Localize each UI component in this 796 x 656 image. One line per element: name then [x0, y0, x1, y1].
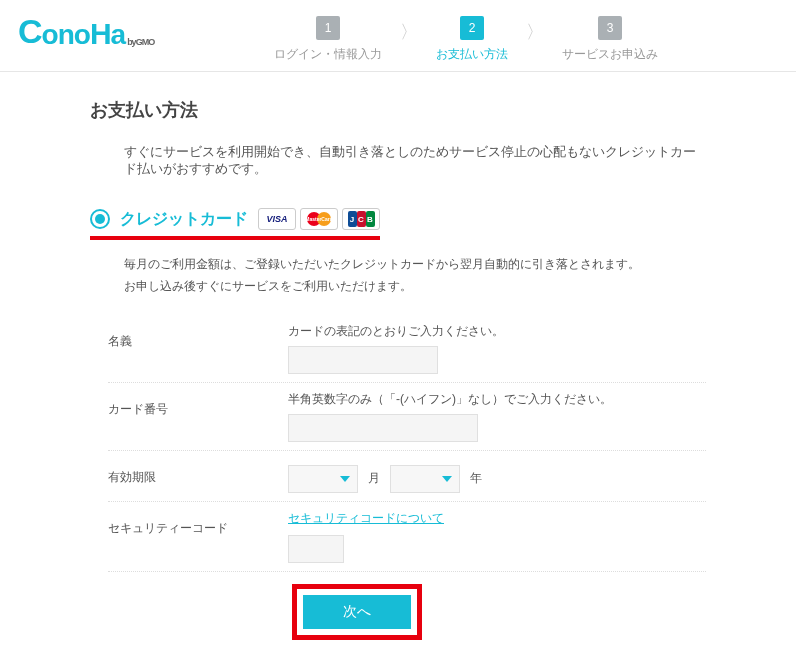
next-button[interactable]: 次へ: [303, 595, 411, 629]
hint-number: 半角英数字のみ（「-(ハイフン)」なし）でご入力ください。: [288, 391, 706, 408]
row-expiry: 有効期限 月 年: [108, 451, 706, 502]
jcb-icon: JCB: [342, 208, 380, 230]
input-card-name[interactable]: [288, 346, 438, 374]
chevron-right-icon: 〉: [526, 20, 544, 44]
row-name: 名義 カードの表記のとおりご入力ください。: [108, 315, 706, 383]
row-number: カード番号 半角英数字のみ（「-(ハイフン)」なし）でご入力ください。: [108, 383, 706, 451]
next-button-highlight: 次へ: [292, 584, 422, 640]
header: ConoHa byGMO 1 ログイン・情報入力 〉 2 お支払い方法 〉 3 …: [0, 0, 796, 72]
input-card-number[interactable]: [288, 414, 478, 442]
unit-month: 月: [368, 470, 380, 487]
radio-label: クレジットカード: [120, 209, 248, 230]
main-content: お支払い方法 すぐにサービスを利用開始でき、自動引き落としのためサービス停止の心…: [0, 72, 796, 656]
visa-icon: VISA: [258, 208, 296, 230]
step-box: 1: [316, 16, 340, 40]
mastercard-icon: MasterCard: [300, 208, 338, 230]
chevron-right-icon: 〉: [400, 20, 418, 44]
input-cvv[interactable]: [288, 535, 344, 563]
step-label: ログイン・情報入力: [274, 46, 382, 63]
step-label: サービスお申込み: [562, 46, 658, 63]
label-number: カード番号: [108, 391, 288, 418]
step-2: 2 お支払い方法: [436, 16, 508, 63]
intro-text: すぐにサービスを利用開始でき、自動引き落としのためサービス停止の心配もないクレジ…: [124, 144, 706, 178]
step-1: 1 ログイン・情報入力: [274, 16, 382, 63]
step-3: 3 サービスお申込み: [562, 16, 658, 63]
row-cvv: セキュリティーコード セキュリティコードについて: [108, 502, 706, 572]
card-brands: VISA MasterCard JCB: [258, 208, 380, 230]
label-cvv: セキュリティーコード: [108, 510, 288, 537]
label-name: 名義: [108, 323, 288, 350]
select-expiry-year[interactable]: [390, 465, 460, 493]
credit-card-form: 名義 カードの表記のとおりご入力ください。 カード番号 半角英数字のみ（「-(ハ…: [108, 315, 706, 640]
credit-card-desc-1: 毎月のご利用金額は、ご登録いただいたクレジットカードから翌月自動的に引き落とされ…: [124, 254, 706, 274]
radio-credit-card[interactable]: [90, 209, 110, 229]
progress-steps: 1 ログイン・情報入力 〉 2 お支払い方法 〉 3 サービスお申込み: [274, 12, 658, 63]
button-row: 次へ: [292, 584, 706, 640]
credit-card-section: クレジットカード VISA MasterCard JCB 毎月のご利用金額は、ご…: [90, 208, 706, 656]
step-box: 2: [460, 16, 484, 40]
select-expiry-month[interactable]: [288, 465, 358, 493]
label-expiry: 有効期限: [108, 459, 288, 486]
logo[interactable]: ConoHa byGMO: [18, 12, 154, 51]
unit-year: 年: [470, 470, 482, 487]
step-box: 3: [598, 16, 622, 40]
logo-sub: byGMO: [127, 37, 154, 47]
credit-card-desc-2: お申し込み後すぐにサービスをご利用いただけます。: [124, 276, 706, 296]
credit-card-radio-row[interactable]: クレジットカード VISA MasterCard JCB: [90, 208, 706, 240]
hint-name: カードの表記のとおりご入力ください。: [288, 323, 706, 340]
step-label: お支払い方法: [436, 46, 508, 63]
page-title: お支払い方法: [90, 98, 706, 122]
cvv-about-link[interactable]: セキュリティコードについて: [288, 511, 444, 525]
